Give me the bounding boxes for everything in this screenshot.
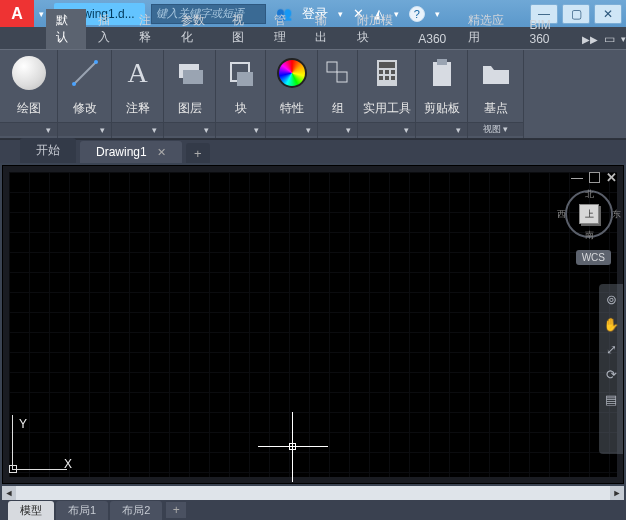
svg-rect-15	[385, 76, 389, 80]
svg-rect-14	[379, 76, 383, 80]
ribbon-menu: 默认 插入 注释 参数化 视图 管理 输出 附加模块 A360 精选应用 BIM…	[0, 27, 626, 49]
scroll-left[interactable]: ◄	[2, 486, 16, 500]
panel-layers[interactable]: 图层 ▾	[164, 50, 216, 138]
panel-drop[interactable]: ▾	[0, 122, 57, 136]
menu-addins[interactable]: 附加模块	[347, 9, 406, 49]
navigation-bar: ⊚ ✋ ⤢ ⟳ ▤	[599, 284, 623, 454]
panel-block[interactable]: 块 ▾	[216, 50, 266, 138]
layout-model[interactable]: 模型	[8, 501, 54, 520]
panel-annotate[interactable]: A 注释 ▾	[112, 50, 164, 138]
close-tab-icon[interactable]: ✕	[157, 146, 166, 159]
help-icon[interactable]: ?	[409, 6, 425, 22]
draw-icon	[12, 56, 46, 90]
svg-rect-4	[183, 70, 203, 84]
svg-rect-13	[391, 70, 395, 74]
panel-modify[interactable]: 修改 ▾	[58, 50, 112, 138]
panel-clipboard[interactable]: 剪贴板 ▾	[416, 50, 468, 138]
svg-rect-16	[391, 76, 395, 80]
orbit-icon[interactable]: ⟳	[606, 367, 617, 382]
folder-icon	[479, 56, 513, 90]
panel-drop[interactable]: ▾	[58, 122, 111, 136]
app-logo[interactable]: A	[0, 0, 34, 27]
panel-drop[interactable]: ▾	[358, 122, 415, 136]
new-tab-button[interactable]: +	[186, 143, 210, 163]
menu-more-icon[interactable]: ▶▶	[582, 34, 598, 45]
svg-line-0	[74, 62, 96, 84]
fullnav-icon[interactable]: ⊚	[606, 292, 617, 307]
panel-utilities[interactable]: 实用工具 ▾	[358, 50, 416, 138]
vp-minimize[interactable]: —	[571, 171, 583, 185]
grid	[9, 172, 617, 477]
layout-add[interactable]: +	[166, 502, 186, 518]
panel-basepoint[interactable]: 基点 视图 ▾	[468, 50, 524, 138]
panel-label: 修改	[73, 100, 97, 117]
svg-rect-11	[379, 70, 383, 74]
tab-label: 开始	[36, 142, 60, 159]
panel-label: 注释	[126, 100, 150, 117]
menu-featured[interactable]: 精选应用	[458, 9, 517, 49]
panel-label: 特性	[280, 100, 304, 117]
menu-default[interactable]: 默认	[46, 9, 86, 49]
panel-properties[interactable]: 特性 ▾	[266, 50, 318, 138]
panel-group[interactable]: 组 ▾	[318, 50, 358, 138]
panel-drop[interactable]: ▾	[266, 122, 317, 136]
panel-label: 绘图	[17, 100, 41, 117]
showmotion-icon[interactable]: ▤	[605, 392, 617, 407]
drawing-area-frame: Y X — ✕ 上 北 南 东 西 WCS ⊚ ✋ ⤢ ⟳ ▤	[2, 165, 624, 484]
menu-annotate[interactable]: 注释	[129, 9, 169, 49]
panel-label: 剪贴板	[424, 100, 460, 117]
viewcube-north[interactable]: 北	[585, 188, 594, 201]
vp-close[interactable]: ✕	[606, 170, 617, 185]
vp-maximize[interactable]	[589, 172, 600, 183]
viewport-controls: — ✕	[571, 170, 617, 185]
pan-icon[interactable]: ✋	[603, 317, 619, 332]
svg-point-2	[94, 60, 98, 64]
tab-start[interactable]: 开始	[20, 138, 76, 163]
tab-label: Drawing1	[96, 145, 147, 159]
calc-icon	[370, 56, 404, 90]
panel-drop[interactable]: ▾	[112, 122, 163, 136]
menu-view[interactable]: 视图	[222, 9, 262, 49]
svg-point-1	[72, 82, 76, 86]
svg-rect-8	[337, 72, 347, 82]
panel-drop[interactable]: ▾	[216, 122, 265, 136]
block-icon	[224, 56, 258, 90]
menu-panel-icon[interactable]: ▭	[604, 32, 615, 46]
text-icon: A	[121, 56, 155, 90]
viewcube-south[interactable]: 南	[585, 229, 594, 242]
horizontal-scrollbar[interactable]: ◄ ►	[2, 486, 624, 500]
layers-icon	[173, 56, 207, 90]
menu-a360[interactable]: A360	[408, 29, 456, 49]
viewcube-west[interactable]: 西	[557, 208, 566, 221]
layout-1[interactable]: 布局1	[56, 501, 108, 520]
svg-rect-17	[433, 62, 451, 86]
menu-bim360[interactable]: BIM 360	[520, 15, 577, 49]
panel-drop[interactable]: ▾	[416, 122, 467, 136]
panel-draw[interactable]: 绘图 ▾	[0, 50, 58, 138]
panel-label: 块	[235, 100, 247, 117]
viewcube[interactable]: 上 北 南 东 西	[565, 190, 613, 238]
zoom-icon[interactable]: ⤢	[606, 342, 617, 357]
menu-output[interactable]: 输出	[305, 9, 345, 49]
panel-drop[interactable]: ▾	[164, 122, 215, 136]
panel-drop[interactable]: ▾	[318, 122, 357, 136]
help-dropdown[interactable]: ▾	[435, 9, 440, 19]
viewcube-face[interactable]: 上	[579, 204, 599, 224]
svg-rect-12	[385, 70, 389, 74]
ribbon: 绘图 ▾ 修改 ▾ A 注释 ▾ 图层 ▾ 块 ▾ 特性 ▾ 组 ▾ 实用工具 …	[0, 49, 626, 139]
colorwheel-icon	[275, 56, 309, 90]
wcs-badge[interactable]: WCS	[576, 250, 611, 265]
panel-view-drop[interactable]: 视图 ▾	[468, 122, 523, 136]
menu-manage[interactable]: 管理	[264, 9, 304, 49]
close-button[interactable]: ✕	[594, 4, 622, 24]
scroll-right[interactable]: ►	[610, 486, 624, 500]
layout-2[interactable]: 布局2	[110, 501, 162, 520]
menu-insert[interactable]: 插入	[88, 9, 128, 49]
scroll-track[interactable]	[16, 486, 610, 500]
menu-parametric[interactable]: 参数化	[171, 9, 220, 49]
document-tabs: 开始 Drawing1 ✕ +	[0, 139, 626, 163]
drawing-canvas[interactable]	[9, 172, 617, 477]
viewcube-east[interactable]: 东	[612, 208, 621, 221]
tab-drawing1[interactable]: Drawing1 ✕	[80, 141, 182, 163]
menu-panel-dropdown[interactable]: ▾	[621, 34, 626, 44]
